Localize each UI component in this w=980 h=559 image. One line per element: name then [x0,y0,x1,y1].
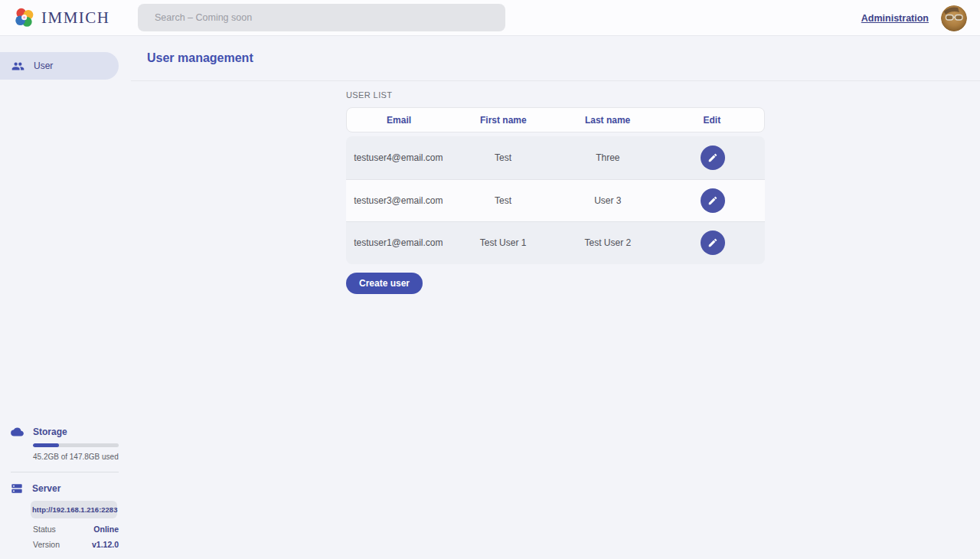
sidebar-divider [11,472,119,472]
app-navbar: IMMICH Administration [0,0,980,36]
header-cell-edit: Edit [660,115,764,126]
cell-last-name: Test User 2 [556,237,661,248]
storage-usage: 45.2GB of 147.8GB used [33,453,119,461]
version-value: v1.12.0 [92,540,119,549]
cell-last-name: User 3 [556,195,661,206]
sidebar-widgets: Storage 45.2GB of 147.8GB used Serv [11,425,119,549]
status-label: Status [33,525,56,534]
table-row: testuser1@email.com Test User 1 Test Use… [346,221,765,264]
cell-email: testuser1@email.com [346,237,451,248]
navbar-right: Administration [861,0,967,36]
table-row: testuser3@email.com Test User 3 [346,179,765,222]
edit-user-button[interactable] [701,188,725,213]
server-widget: Server http://192.168.1.216:2283 Status … [11,482,119,549]
create-user-button[interactable]: Create user [346,273,423,294]
user-avatar[interactable] [941,5,967,31]
cell-email: testuser4@email.com [346,152,451,163]
header-cell-last-name: Last name [556,115,660,126]
sidebar: User Storage 45.2GB of 147.8GB used [0,36,131,559]
main-panel: User management USER LIST Email First na… [131,36,980,559]
cell-email: testuser3@email.com [346,195,451,206]
status-value: Online [93,525,119,534]
user-table-body: testuser4@email.com Test Three testuser3… [346,136,765,264]
server-title: Server [32,483,60,494]
brand-title: IMMICH [41,8,110,28]
server-url-badge: http://192.168.1.216:2283 [31,501,117,518]
title-bar: User management [131,36,980,81]
user-list-label: USER LIST [346,90,765,100]
cell-last-name: Three [556,152,661,163]
header-cell-first-name: First name [451,115,555,126]
administration-link[interactable]: Administration [861,13,929,24]
pencil-icon [707,195,718,206]
user-list-section: USER LIST Email First name Last name Edi… [346,81,765,294]
cell-first-name: Test [451,152,556,163]
cell-first-name: Test User 1 [451,237,556,248]
pencil-icon [707,152,718,163]
table-row: testuser4@email.com Test Three [346,136,765,179]
header-cell-email: Email [347,115,451,126]
storage-widget: Storage 45.2GB of 147.8GB used [11,425,119,461]
sidebar-item-users[interactable]: User [0,52,119,80]
search-input[interactable] [138,4,505,31]
edit-user-button[interactable] [701,145,725,170]
storage-progress-fill [33,443,59,447]
pencil-icon [707,237,718,248]
server-version-row: Version v1.12.0 [33,540,119,549]
cell-first-name: Test [451,195,556,206]
cloud-icon [11,427,24,437]
users-icon [11,60,24,73]
server-icon [11,482,23,495]
server-status-row: Status Online [33,525,119,534]
sidebar-item-label: User [34,60,53,71]
storage-title: Storage [33,427,67,437]
app-logo: IMMICH [13,6,110,29]
storage-progress [33,443,119,447]
page-title: User management [147,51,253,65]
edit-user-button[interactable] [701,230,725,255]
version-label: Version [33,540,60,549]
user-table-header: Email First name Last name Edit [346,107,765,132]
immich-flower-icon [13,6,36,29]
